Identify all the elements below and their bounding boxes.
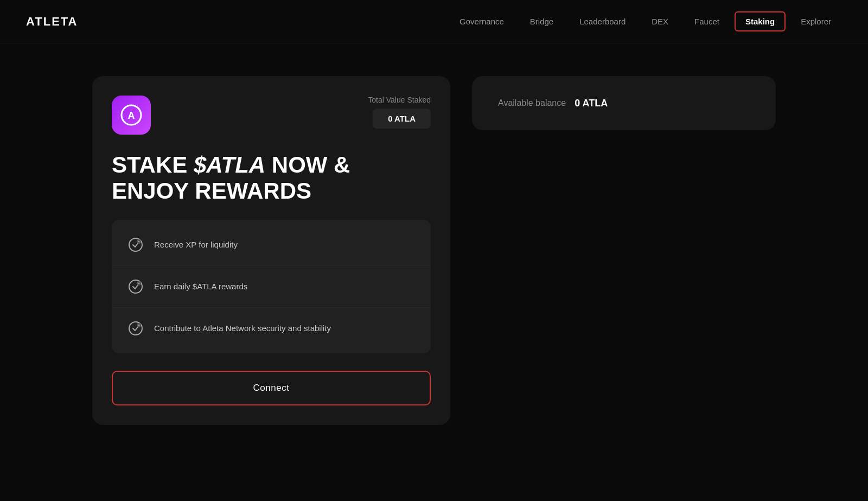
main-content: A Total Value Staked 0 ATLA STAKE $ATLA …: [0, 43, 868, 458]
benefits-list: Receive XP for liquidity Earn daily $ATL…: [112, 220, 431, 353]
staking-card: A Total Value Staked 0 ATLA STAKE $ATLA …: [92, 76, 450, 425]
nav-item-bridge[interactable]: Bridge: [519, 11, 564, 31]
nav-item-governance[interactable]: Governance: [449, 11, 515, 31]
balance-card: Available balance 0 ATLA: [472, 76, 776, 130]
benefit-item-security: Contribute to Atleta Network security an…: [112, 308, 431, 349]
xp-icon: [127, 236, 144, 253]
benefit-item-xp: Receive XP for liquidity: [112, 224, 431, 266]
nav-item-explorer[interactable]: Explorer: [790, 11, 842, 31]
security-icon: [127, 320, 144, 337]
nav-item-staking[interactable]: Staking: [735, 11, 786, 31]
stake-title: STAKE $ATLA NOW & ENJOY REWARDS: [112, 152, 431, 205]
nav-menu: Governance Bridge Leaderboard DEX Faucet…: [449, 11, 842, 31]
total-value-section: Total Value Staked 0 ATLA: [368, 96, 431, 129]
benefit-text-rewards: Earn daily $ATLA rewards: [154, 282, 247, 291]
total-value-badge: 0 ATLA: [373, 109, 431, 129]
brand-logo: ATLETA: [26, 15, 78, 29]
total-value-label: Total Value Staked: [368, 96, 431, 104]
navbar: ATLETA Governance Bridge Leaderboard DEX…: [0, 0, 868, 43]
benefit-item-rewards: Earn daily $ATLA rewards: [112, 266, 431, 308]
rewards-icon: [127, 278, 144, 295]
nav-item-dex[interactable]: DEX: [641, 11, 679, 31]
card-header: A Total Value Staked 0 ATLA: [112, 96, 431, 135]
connect-button[interactable]: Connect: [112, 371, 431, 405]
nav-item-leaderboard[interactable]: Leaderboard: [569, 11, 636, 31]
balance-label: Available balance: [498, 98, 566, 108]
svg-text:A: A: [128, 110, 135, 121]
nav-item-faucet[interactable]: Faucet: [684, 11, 730, 31]
benefit-text-xp: Receive XP for liquidity: [154, 240, 238, 249]
atleta-logo-icon: A: [112, 96, 151, 135]
balance-value: 0 ATLA: [575, 98, 608, 109]
benefit-text-security: Contribute to Atleta Network security an…: [154, 324, 331, 333]
